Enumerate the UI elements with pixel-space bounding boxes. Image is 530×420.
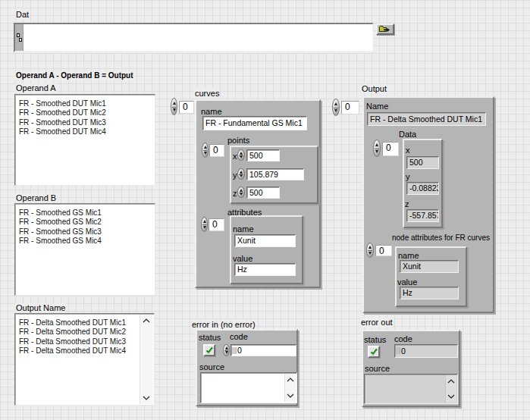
- browse-button[interactable]: [376, 24, 394, 35]
- output-index-value[interactable]: 0: [341, 101, 359, 114]
- node-name-label: name: [398, 251, 419, 260]
- data-z-label: z: [405, 199, 409, 208]
- error-in-source-label: source: [199, 362, 224, 371]
- scroll-down-icon[interactable]: [447, 394, 455, 399]
- list-item[interactable]: FR - Smoothed DUT Mic1: [19, 99, 155, 108]
- curves-index-value[interactable]: 0: [179, 101, 194, 114]
- increment-arrow-icon[interactable]: [240, 171, 243, 174]
- curves-index-spinner[interactable]: [171, 98, 177, 115]
- scroll-up-icon[interactable]: [447, 379, 455, 384]
- increment-arrow-icon[interactable]: [240, 189, 243, 192]
- list-item[interactable]: FR - Smoothed DUT Mic3: [19, 118, 155, 127]
- y-spinner[interactable]: [237, 168, 245, 180]
- decrement-arrow-icon[interactable]: [240, 155, 243, 158]
- increment-arrow-icon[interactable]: [375, 143, 378, 146]
- list-item[interactable]: FR - Smoothed GS Mic2: [19, 218, 155, 227]
- node-value-value: Hz: [400, 287, 458, 299]
- curves-name-field[interactable]: FR - Fundamental GS Mic1: [202, 116, 307, 130]
- list-item[interactable]: FR - Smoothed DUT Mic2: [19, 108, 155, 118]
- z-value: 500: [247, 187, 279, 198]
- x-spinner[interactable]: [237, 149, 245, 161]
- error-in-code-value: 0: [231, 345, 296, 356]
- decrement-arrow-icon[interactable]: [368, 252, 372, 255]
- output-name-label: Output Name: [15, 303, 66, 312]
- list-item[interactable]: FR - Smoothed GS Mic1: [19, 208, 155, 218]
- y-field[interactable]: 105.879: [246, 168, 304, 180]
- increment-arrow-icon[interactable]: [334, 102, 337, 105]
- node-attributes-index-value[interactable]: 0: [375, 245, 392, 256]
- list-item[interactable]: FR - Smoothed GS Mic3: [19, 227, 155, 237]
- output-name-field: FR - Delta Smoothed DUT Mic1: [367, 112, 486, 126]
- points-index-value[interactable]: 0: [209, 144, 224, 157]
- error-in-source-field[interactable]: [200, 372, 297, 403]
- output-index-spinner[interactable]: [332, 99, 340, 116]
- error-in-label: error in (no error): [191, 320, 256, 329]
- list-item[interactable]: FR - Delta Smoothed DUT Mic1: [19, 318, 154, 328]
- scroll-down-icon[interactable]: [287, 393, 294, 398]
- spinner-divider: [202, 224, 206, 225]
- decrement-arrow-icon[interactable]: [375, 150, 378, 153]
- list-item[interactable]: FR - Smoothed GS Mic4: [19, 237, 155, 246]
- data-index-spinner[interactable]: [373, 139, 381, 157]
- attr-name-label: name: [233, 224, 254, 234]
- decrement-arrow-icon[interactable]: [334, 109, 337, 112]
- attr-name-field[interactable]: Xunit: [234, 234, 296, 247]
- data-x-value: 500: [407, 157, 438, 168]
- radix-notch: [232, 347, 237, 354]
- decrement-arrow-icon[interactable]: [225, 351, 228, 354]
- increment-arrow-icon[interactable]: [173, 102, 176, 105]
- output-name-text: FR - Delta Smoothed DUT Mic1: [368, 113, 485, 125]
- node-attributes-index-spinner[interactable]: [366, 243, 374, 258]
- decrement-arrow-icon[interactable]: [240, 174, 243, 177]
- error-in-status-label: status: [199, 333, 221, 342]
- output-label: Output: [361, 84, 387, 93]
- operand-a-listbox[interactable]: FR - Smoothed DUT Mic1FR - Smoothed DUT …: [14, 94, 155, 186]
- increment-arrow-icon[interactable]: [203, 220, 206, 223]
- increment-arrow-icon[interactable]: [240, 152, 243, 155]
- increment-arrow-icon[interactable]: [368, 246, 372, 249]
- status-ok-check-icon: [205, 346, 214, 355]
- x-field[interactable]: 500: [246, 149, 280, 161]
- list-item[interactable]: FR - Delta Smoothed DUT Mic3: [19, 337, 154, 346]
- path-input[interactable]: [14, 23, 374, 52]
- error-out-code-field: 0: [394, 344, 458, 358]
- attr-value-field[interactable]: Hz: [234, 263, 296, 276]
- decrement-arrow-icon[interactable]: [203, 226, 206, 229]
- data-z-value: -557.857: [407, 210, 438, 221]
- output-name-scrollbar[interactable]: [140, 315, 153, 404]
- list-item[interactable]: FR - Delta Smoothed DUT Mic4: [19, 346, 154, 356]
- scroll-down-icon[interactable]: [143, 396, 150, 400]
- y-value: 105.879: [247, 169, 303, 180]
- error-out-label: error out: [360, 318, 394, 327]
- operand-b-listbox[interactable]: FR - Smoothed GS Mic1FR - Smoothed GS Mi…: [14, 203, 155, 296]
- attr-value-label: value: [233, 254, 252, 263]
- attributes-index-value[interactable]: 0: [209, 218, 224, 231]
- error-in-status-button[interactable]: [203, 344, 215, 356]
- list-item[interactable]: FR - Smoothed DUT Mic4: [19, 127, 155, 136]
- z-spinner[interactable]: [237, 186, 245, 198]
- decrement-arrow-icon[interactable]: [204, 152, 207, 155]
- list-item[interactable]: FR - Delta Smoothed DUT Mic2: [19, 328, 154, 337]
- path-glyph-icon: [17, 33, 23, 42]
- data-y-value: -0.08823: [407, 183, 438, 194]
- node-attributes-cluster: name Xunit value Hz: [395, 246, 467, 307]
- output-cluster: Name FR - Delta Smoothed DUT Mic1 Data 0…: [362, 96, 494, 313]
- decrement-arrow-icon[interactable]: [173, 108, 176, 111]
- scroll-up-icon[interactable]: [143, 318, 150, 323]
- error-out-source-scrollbar[interactable]: [445, 375, 456, 403]
- error-in-code-spinner[interactable]: [223, 344, 230, 356]
- spinner-divider: [203, 150, 207, 151]
- error-in-source-scrollbar[interactable]: [284, 374, 296, 402]
- scroll-up-icon[interactable]: [287, 378, 294, 382]
- output-name-listbox[interactable]: FR - Delta Smoothed DUT Mic1FR - Delta S…: [14, 313, 155, 406]
- points-index-spinner[interactable]: [202, 143, 209, 158]
- increment-arrow-icon[interactable]: [225, 346, 228, 349]
- decrement-arrow-icon[interactable]: [240, 193, 243, 196]
- data-index-value[interactable]: 0: [382, 142, 399, 156]
- attributes-index-spinner[interactable]: [201, 217, 208, 232]
- z-field[interactable]: 500: [246, 186, 280, 199]
- increment-arrow-icon[interactable]: [204, 146, 207, 149]
- radix-notch: [396, 347, 400, 354]
- folder-browse-icon: [378, 25, 391, 33]
- error-in-code-field[interactable]: 0: [231, 344, 296, 356]
